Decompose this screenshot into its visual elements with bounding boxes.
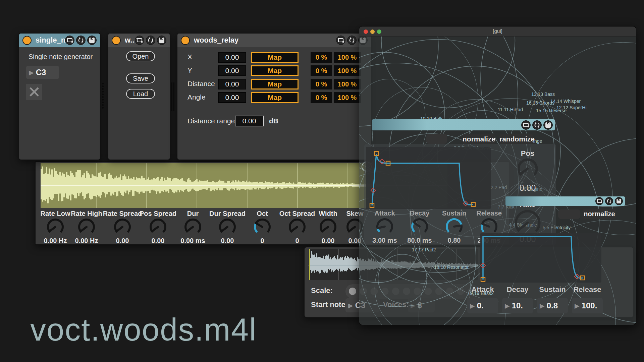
adsr-field-sustain[interactable]: ▶0.8 bbox=[537, 298, 568, 313]
map-button[interactable]: Map bbox=[251, 79, 299, 89]
normalize-button[interactable]: normalize bbox=[463, 134, 495, 144]
knob-dur-spread[interactable]: Dur Spread0.00 bbox=[207, 210, 248, 245]
param-value-field[interactable]: 0.00 bbox=[218, 79, 246, 89]
param-value-field[interactable]: 0.00 bbox=[218, 52, 246, 63]
knob-label: Rate High bbox=[66, 210, 107, 218]
save-icon bbox=[615, 197, 623, 205]
device-toggle-icon[interactable] bbox=[112, 36, 121, 45]
reload-button[interactable] bbox=[605, 197, 613, 205]
adsr-field-release[interactable]: ▶100. bbox=[572, 298, 603, 313]
knob-value: 0.00 Hz bbox=[66, 237, 107, 245]
file-titlebar[interactable]: w... bbox=[108, 34, 170, 47]
normalize-button-2[interactable]: normalize bbox=[583, 209, 616, 219]
rate-knob[interactable] bbox=[514, 209, 542, 237]
min-percent-field[interactable]: 0 % bbox=[311, 92, 332, 103]
presentation-mode-button[interactable] bbox=[595, 197, 603, 205]
save-icon bbox=[544, 121, 552, 129]
save-button[interactable] bbox=[87, 36, 97, 45]
knob-value: 0.00 bbox=[102, 237, 143, 245]
map-button[interactable]: Map bbox=[251, 52, 299, 63]
unlabeled-button[interactable] bbox=[558, 209, 580, 219]
pos-knob[interactable] bbox=[516, 157, 539, 180]
max-percent-field[interactable]: 100 % bbox=[334, 65, 361, 76]
sound-circle-label[interactable]: 17.17 Pad2 bbox=[412, 247, 436, 252]
knob-label: Release bbox=[469, 209, 509, 217]
knob-sustain[interactable]: Sustain0.80 bbox=[434, 209, 474, 244]
knob-value: 0.00 ms bbox=[173, 237, 213, 245]
gui-canvas[interactable]: 2.2 Pad3.3 SuperMassive4.4 Blackhole5.5 … bbox=[359, 37, 636, 325]
reload-button[interactable] bbox=[76, 36, 86, 45]
sound-circle-label[interactable]: 16.16 Chords bbox=[526, 100, 554, 106]
knob-rate-high[interactable]: Rate High0.00 Hz bbox=[66, 210, 107, 245]
knob-pos-spread[interactable]: Pos Spread0.00 bbox=[138, 210, 178, 245]
min-percent-field[interactable]: 0 % bbox=[311, 65, 332, 76]
min-percent-field[interactable]: 0 % bbox=[311, 79, 332, 89]
knob-dur[interactable]: Dur0.00 ms bbox=[173, 210, 213, 245]
knob-rate-spread[interactable]: Rate Spread0.00 bbox=[102, 210, 143, 245]
woods-relay-titlebar[interactable]: woods_relay bbox=[177, 34, 371, 47]
sound-circle-label[interactable]: 15.15 Reverse bbox=[536, 108, 567, 113]
reload-button[interactable] bbox=[146, 36, 155, 45]
desktop-caption: voct.woods.m4l bbox=[30, 312, 257, 348]
max-percent-field[interactable]: 100 % bbox=[334, 79, 361, 89]
gui-window: [gui] 2.2 Pad3.3 SuperMassive4.4 Blackho… bbox=[359, 26, 636, 325]
knob-oct[interactable]: Oct0 bbox=[242, 210, 282, 245]
note-selector[interactable]: ▶ C3 bbox=[26, 66, 59, 79]
presentation-mode-button[interactable] bbox=[135, 36, 144, 45]
adsr-label-attack: Attack bbox=[463, 285, 503, 294]
sound-circle-label[interactable]: 18.18 Resonator bbox=[434, 264, 469, 270]
adsr-field-decay[interactable]: ▶10. bbox=[502, 298, 533, 313]
map-button[interactable]: Map bbox=[251, 65, 299, 76]
knob-label: Dur Spread bbox=[207, 210, 248, 218]
triangle-icon: ▶ bbox=[540, 302, 545, 309]
sound-circle-label[interactable]: 14.14 Whisper bbox=[550, 99, 581, 104]
param-value-field[interactable]: 0.00 bbox=[218, 65, 246, 76]
device-titlebar-teal-2[interactable] bbox=[505, 196, 625, 206]
single-note-description: Single note generator bbox=[29, 53, 93, 61]
clear-button[interactable] bbox=[26, 84, 42, 100]
device-toggle-icon[interactable] bbox=[22, 36, 32, 45]
presentation-mode-button[interactable] bbox=[65, 36, 74, 45]
knob-decay[interactable]: Decay80.0 ms bbox=[399, 209, 440, 244]
knob-label: Decay bbox=[399, 209, 440, 217]
param-label: X bbox=[187, 53, 192, 61]
sound-circle-label[interactable]: 13.13 Bass bbox=[531, 92, 555, 97]
max-percent-field[interactable]: 100 % bbox=[334, 92, 361, 103]
reload-icon bbox=[146, 36, 155, 45]
single-note-titlebar[interactable]: single_n... bbox=[19, 34, 100, 47]
max-percent-field[interactable]: 100 % bbox=[334, 52, 361, 63]
pos-value[interactable]: 0.00 bbox=[507, 183, 548, 193]
min-percent-field[interactable]: 0 % bbox=[311, 52, 332, 63]
presentation-mode-button[interactable] bbox=[521, 120, 531, 130]
save-button[interactable] bbox=[543, 120, 553, 130]
randomize-button[interactable]: randomize bbox=[499, 134, 533, 144]
mapping-row: Distance0.00Map0 %100 % bbox=[177, 79, 371, 89]
save-button[interactable] bbox=[615, 197, 623, 205]
open-button[interactable]: Open bbox=[126, 51, 155, 61]
unlabeled-button[interactable] bbox=[426, 134, 447, 144]
reload-icon bbox=[533, 121, 541, 129]
save-button[interactable] bbox=[157, 36, 166, 45]
gui-titlebar[interactable]: [gui] bbox=[359, 26, 636, 37]
envelope-editor[interactable] bbox=[366, 147, 491, 209]
map-button[interactable]: Map bbox=[251, 92, 299, 103]
knob-label: Sustain bbox=[434, 209, 474, 217]
adsr-field-attack[interactable]: ▶0. bbox=[467, 298, 498, 313]
param-value-field[interactable]: 0.00 bbox=[218, 92, 246, 103]
device-titlebar-teal[interactable] bbox=[372, 119, 555, 130]
knob-attack[interactable]: Attack3.00 ms bbox=[365, 209, 405, 244]
reload-button[interactable] bbox=[532, 120, 542, 130]
load-button[interactable]: Load bbox=[126, 89, 155, 99]
patch-cord-bar bbox=[171, 82, 172, 111]
envelope-editor-2[interactable] bbox=[480, 233, 601, 283]
sound-circle-label[interactable]: 11.11 HiPad bbox=[498, 107, 523, 112]
titlebar-buttons bbox=[595, 197, 623, 205]
distance-range-field[interactable]: 0.00 bbox=[235, 116, 264, 126]
adsr-label-decay: Decay bbox=[497, 285, 538, 294]
device-toggle-icon[interactable] bbox=[181, 36, 190, 45]
adsr-label-release: Release bbox=[567, 285, 607, 294]
reload-button[interactable] bbox=[347, 36, 357, 45]
presentation-mode-button[interactable] bbox=[336, 36, 345, 45]
distance-range-unit: dB bbox=[269, 117, 278, 125]
save-button[interactable]: Save bbox=[126, 73, 155, 83]
